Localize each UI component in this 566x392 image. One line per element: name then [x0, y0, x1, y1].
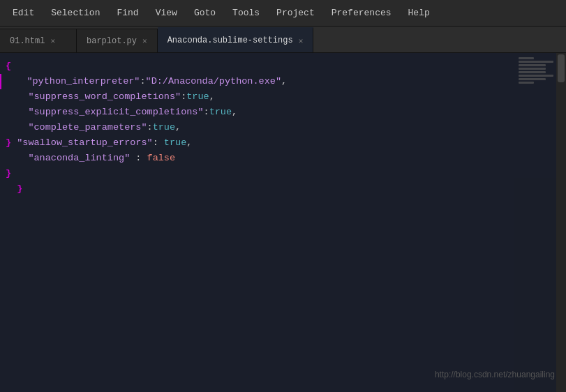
code-line-6: } "swallow_startup_errors": true,	[0, 135, 566, 151]
brace-left-glyph: }	[6, 135, 17, 151]
code-token: "suppress_word_completions"	[6, 89, 181, 105]
menu-project[interactable]: Project	[269, 5, 322, 21]
code-line-5: "complete_parameters":true,	[0, 120, 566, 135]
code-token: true	[164, 135, 186, 151]
code-token: ,	[232, 105, 237, 120]
code-line-7: "anaconda_linting" : false	[0, 151, 566, 166]
code-token: "complete_parameters"	[6, 120, 147, 135]
minimap-line	[519, 82, 534, 84]
code-token	[6, 181, 17, 197]
code-token: :	[153, 135, 164, 151]
code-token: :	[204, 105, 209, 120]
tab-barplot[interactable]: barplot.py ✕	[77, 29, 158, 52]
code-token: "swallow_startup_errors"	[17, 135, 152, 151]
minimap-line	[519, 71, 546, 73]
tab-close-icon[interactable]: ✕	[142, 36, 147, 45]
brace-close: }	[6, 166, 11, 181]
tab-close-icon[interactable]: ✕	[50, 36, 55, 45]
tab-label: Anaconda.sublime-settings	[167, 36, 293, 45]
code-line-4: "suppress_explicit_completions":true,	[0, 105, 566, 120]
code-token: "python_interpreter"	[4, 74, 140, 89]
minimap-content	[514, 53, 556, 88]
code-token: true	[186, 89, 209, 105]
tab-01html[interactable]: 01.html ✕	[0, 29, 77, 52]
minimap	[514, 53, 556, 392]
menu-goto[interactable]: Goto	[187, 5, 223, 21]
code-line-3: "suppress_word_completions":true,	[0, 89, 566, 105]
editor: { "python_interpreter":"D:/Anaconda/pyth…	[0, 53, 566, 392]
brace-open: {	[6, 59, 11, 74]
minimap-line	[519, 57, 534, 59]
code-token: "D:/Anaconda/python.exe"	[146, 74, 281, 89]
code-token: ,	[175, 120, 181, 135]
tab-anaconda-settings[interactable]: Anaconda.sublime-settings ✕	[158, 27, 314, 52]
code-line-8: }	[0, 166, 566, 181]
code-token: "anaconda_linting"	[6, 151, 130, 166]
menu-help[interactable]: Help	[401, 5, 437, 21]
tabbar: 01.html ✕ barplot.py ✕ Anaconda.sublime-…	[0, 27, 566, 53]
minimap-line	[519, 64, 546, 66]
code-line-2: "python_interpreter":"D:/Anaconda/python…	[0, 74, 566, 89]
code-token: ,	[281, 74, 287, 89]
minimap-line	[519, 75, 553, 77]
brace-inner-close: }	[17, 181, 22, 197]
code-token: false	[147, 151, 176, 166]
scrollbar-thumb[interactable]	[558, 54, 565, 82]
menu-preferences[interactable]: Preferences	[325, 5, 399, 21]
menu-edit[interactable]: Edit	[6, 5, 41, 21]
scrollbar[interactable]	[556, 53, 566, 392]
code-token: :	[181, 89, 186, 105]
code-token: :	[130, 151, 147, 166]
code-token: ,	[186, 135, 192, 151]
tab-close-icon[interactable]: ✕	[299, 36, 304, 45]
code-token: :	[147, 120, 153, 135]
minimap-line	[519, 61, 553, 63]
code-token: :	[140, 74, 145, 89]
code-token: "suppress_explicit_completions"	[6, 105, 204, 120]
code-line-9: }	[0, 181, 566, 197]
menu-find[interactable]: Find	[110, 5, 145, 21]
code-line-1: {	[0, 59, 566, 74]
minimap-line	[519, 68, 546, 70]
tab-label: 01.html	[10, 36, 45, 46]
minimap-line	[519, 78, 546, 80]
menubar: Edit Selection Find View Goto Tools Proj…	[0, 0, 566, 27]
code-token: true	[209, 105, 232, 120]
menu-tools[interactable]: Tools	[225, 5, 267, 21]
menu-selection[interactable]: Selection	[44, 5, 107, 21]
code-token: true	[153, 120, 175, 135]
menu-view[interactable]: View	[149, 5, 184, 21]
code-token: ,	[209, 89, 215, 105]
tab-label: barplot.py	[87, 36, 137, 46]
watermark: http://blog.csdn.net/zhuangailing	[435, 370, 555, 379]
